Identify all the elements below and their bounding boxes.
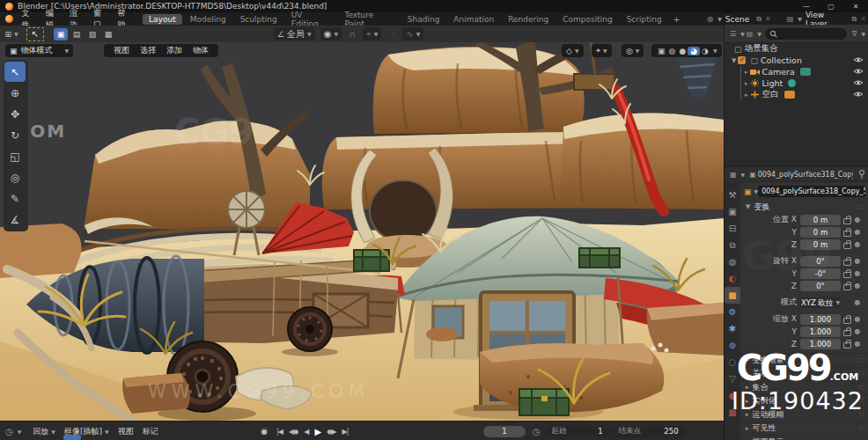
select-mode-new-button[interactable]: ▣ <box>54 28 68 40</box>
tab-world[interactable]: ◐ <box>725 270 740 287</box>
tool-transform[interactable]: ◎ <box>4 167 26 187</box>
lock-icon[interactable] <box>841 314 853 324</box>
snap-with-dropdown[interactable]: ⌖▼ <box>363 27 381 40</box>
transform-panel-header[interactable]: ▼ 变换 ∷ <box>740 201 868 213</box>
remove-view-layer-icon[interactable]: ✕ <box>860 15 866 23</box>
tool-move[interactable]: ✥ <box>4 104 26 124</box>
empty-row[interactable]: ▸ 空白 <box>741 89 868 100</box>
new-scene-icon[interactable]: ⧉ <box>756 15 761 24</box>
tool-scale[interactable]: ◱ <box>4 146 26 166</box>
animate-dot[interactable]: ● <box>853 228 862 236</box>
shading-material-icon[interactable]: ◕ <box>688 47 700 55</box>
view-layer-icon[interactable]: ▤ <box>787 15 794 23</box>
animate-dot[interactable]: ● <box>853 269 862 277</box>
playback-menu[interactable]: 回放▼ <box>28 426 60 437</box>
blender-menu-icon[interactable] <box>5 15 13 23</box>
proportional-editing-icon[interactable]: ◦ <box>385 28 399 40</box>
eye-icon[interactable] <box>853 55 864 65</box>
select-mode-extend-button[interactable]: ▤ <box>70 28 84 40</box>
expand-icon[interactable]: ▸ <box>745 69 748 76</box>
properties-editor-icon[interactable]: ▦ <box>730 171 737 179</box>
play-button[interactable]: ▶ <box>312 427 324 436</box>
menu-select[interactable]: 选择 <box>135 45 161 56</box>
lock-icon[interactable] <box>841 339 853 348</box>
tab-layout[interactable]: Layout <box>143 14 182 25</box>
jump-to-start-button[interactable]: |◀ <box>274 428 286 436</box>
collection-row[interactable]: ▼ ✓ ▢ Collection <box>725 55 868 66</box>
empty-data-badge[interactable] <box>784 91 795 99</box>
shading-rendered-icon[interactable]: ◑ <box>700 47 710 55</box>
tab-animation[interactable]: Animation <box>447 14 500 25</box>
scene-icon[interactable]: ◍ <box>707 15 713 23</box>
panel-drag-dots[interactable]: ∷ <box>858 202 864 211</box>
camera-row[interactable]: ▸ Camera <box>741 66 868 77</box>
lock-icon[interactable] <box>841 256 853 266</box>
tool-cursor[interactable]: ⊕ <box>4 83 26 103</box>
xray-toggle-icon[interactable]: ▣ <box>656 47 667 55</box>
animate-dot[interactable]: ● <box>853 282 862 290</box>
outliner-editor-icon[interactable]: ☰ <box>730 30 736 38</box>
minimize-button[interactable]: — <box>794 3 819 11</box>
menu-object[interactable]: 物体 <box>188 45 214 56</box>
snap-magnet-icon[interactable]: ∩ <box>345 28 359 40</box>
frame-end-field[interactable]: 结束点250 <box>613 426 685 437</box>
animate-dot[interactable]: ● <box>853 315 862 323</box>
expand-icon[interactable]: ▸ <box>745 92 748 99</box>
lock-icon[interactable] <box>841 268 853 278</box>
tab-compositing[interactable]: Compositing <box>556 14 618 25</box>
animate-dot[interactable]: ● <box>853 298 862 306</box>
tool-annotate[interactable]: ✎ <box>4 188 26 209</box>
scale-y-field[interactable]: 1.000 <box>800 326 841 337</box>
pin-icon[interactable] <box>858 170 865 179</box>
animate-dot[interactable]: ● <box>853 340 862 348</box>
mode-dropdown[interactable]: ▣ 物体模式 ▼ <box>5 44 73 57</box>
animate-dot[interactable]: ● <box>853 240 862 248</box>
viewport-3d[interactable]: .COM CG9 WWW.CG99.COM ▣ 物体模式 ▼ 视图 选择 添加 … <box>0 42 724 421</box>
lock-icon[interactable] <box>841 227 853 237</box>
expand-icon[interactable]: ▸ <box>745 80 748 87</box>
rotation-y-field[interactable]: -0° <box>800 268 841 279</box>
scale-x-field[interactable]: 1.000 <box>800 314 841 325</box>
animate-dot[interactable]: ● <box>853 257 862 265</box>
eye-icon[interactable] <box>853 67 864 77</box>
select-mode-difference-button[interactable]: ▦ <box>101 28 115 40</box>
editor-type-button[interactable]: ⊞▼ <box>4 28 18 40</box>
unlink-scene-icon[interactable]: ✕ <box>765 15 771 23</box>
visibility-dropdown[interactable]: ◇▼ <box>562 44 584 57</box>
transform-orientation-dropdown[interactable]: ∠ 全局 ▼ <box>274 27 315 40</box>
collection-checkbox[interactable]: ✓ <box>738 56 746 64</box>
location-z-field[interactable]: 0 m <box>800 239 841 250</box>
tool-measure[interactable]: ∡ <box>4 209 26 230</box>
panel-viewport-display[interactable]: ▸视图显示∷ <box>740 435 868 440</box>
maximize-button[interactable]: ▢ <box>819 3 843 11</box>
tab-scene[interactable]: ◍ <box>725 253 740 270</box>
tab-modeling[interactable]: Modeling <box>184 14 232 25</box>
viewport-scene[interactable]: .COM CG9 WWW.CG99.COM <box>0 42 724 421</box>
tool-select-box[interactable]: ↖ <box>4 62 26 82</box>
outliner-search[interactable] <box>765 28 847 40</box>
menu-add[interactable]: 添加 <box>161 45 188 56</box>
lock-icon[interactable] <box>841 215 853 224</box>
expand-icon[interactable]: ▼ <box>732 57 736 64</box>
eye-icon[interactable] <box>853 90 864 99</box>
prev-frame-button[interactable]: ◀ <box>301 428 312 436</box>
add-workspace-button[interactable]: + <box>669 15 685 24</box>
object-name-field[interactable]: 0094_polySurface318_Copy_5 <box>758 186 865 197</box>
search-input[interactable] <box>777 28 834 39</box>
next-keyframe-button[interactable]: ◆▶ <box>324 428 339 436</box>
marker-menu[interactable]: 标记 <box>138 426 163 437</box>
animate-dot[interactable]: ● <box>853 327 862 335</box>
shading-wireframe-icon[interactable]: ◍ <box>667 47 678 55</box>
timeline-playhead[interactable] <box>63 435 81 440</box>
location-y-field[interactable]: 0 m <box>800 227 841 238</box>
falloff-dropdown[interactable]: ∿▼ <box>402 27 423 40</box>
tab-render[interactable]: ▣ <box>725 203 740 220</box>
scene-name[interactable]: Scene <box>725 15 749 24</box>
tab-tool[interactable]: ⚒ <box>725 187 740 203</box>
tab-particles[interactable]: ✱ <box>725 320 740 337</box>
filter-icon[interactable]: ∇ <box>852 30 857 38</box>
rotation-x-field[interactable]: 0° <box>800 256 841 267</box>
current-frame-field[interactable]: 1 <box>483 426 526 437</box>
tab-modifiers[interactable]: ⚙ <box>725 304 740 320</box>
tab-object[interactable]: ■ <box>725 287 740 304</box>
